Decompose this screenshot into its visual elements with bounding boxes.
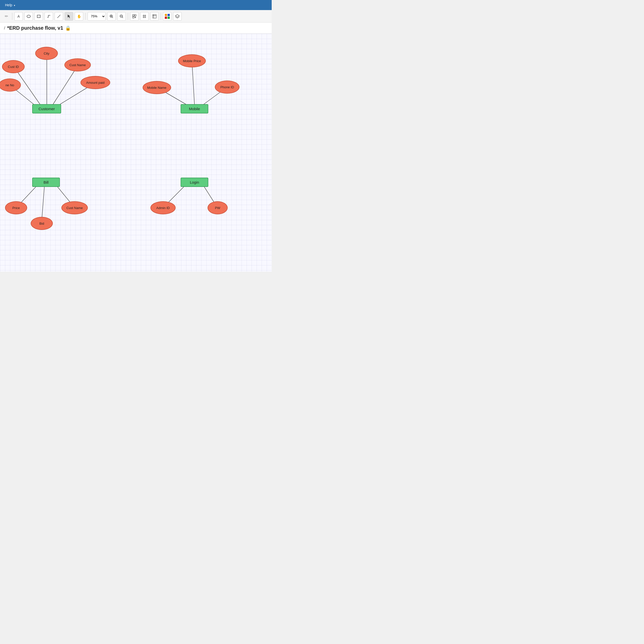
attr-price[interactable]: Price xyxy=(5,201,27,214)
lock-icon: 🔒 xyxy=(65,25,71,31)
attr-cust-name-bill-label: Cust Name xyxy=(66,206,83,210)
attr-phone-no[interactable]: ne No xyxy=(0,78,21,92)
svg-rect-12 xyxy=(135,15,136,16)
tool-grid-plus[interactable] xyxy=(130,12,139,21)
svg-marker-27 xyxy=(175,15,179,17)
svg-line-2 xyxy=(57,15,60,18)
tool-grid[interactable] xyxy=(140,12,149,21)
entity-customer-label: Customer xyxy=(38,107,55,111)
attr-pw-label: PW xyxy=(215,206,220,210)
svg-rect-23 xyxy=(165,14,167,16)
toolbar: ✏ A ✋ 75% 50% 100% 125% xyxy=(0,10,272,23)
tool-rectangle[interactable] xyxy=(34,12,43,21)
tool-select[interactable] xyxy=(65,12,73,21)
zoom-select[interactable]: 75% 50% 100% 125% xyxy=(88,12,106,21)
attr-price-label: Price xyxy=(12,206,20,210)
erd-connection-lines xyxy=(0,34,272,272)
svg-rect-20 xyxy=(153,15,156,18)
zoom-out-button[interactable] xyxy=(117,12,126,21)
svg-rect-26 xyxy=(168,17,170,19)
attr-admin-id-label: Admin ID xyxy=(156,206,170,210)
svg-line-37 xyxy=(42,185,45,217)
tool-colors[interactable] xyxy=(163,12,172,21)
svg-line-5 xyxy=(112,17,113,18)
erd-canvas[interactable]: Customer Mobile Bill Login City Cust ID … xyxy=(0,34,272,272)
attr-cust-name[interactable]: Cust Name xyxy=(64,58,91,71)
attr-mobile-name-label: Mobile Name xyxy=(147,86,167,90)
attr-cust-name-bill[interactable]: Cust Name xyxy=(61,201,88,214)
svg-point-0 xyxy=(27,15,30,18)
svg-rect-13 xyxy=(133,17,134,18)
entity-bill-label: Bill xyxy=(44,180,49,184)
attr-mobile-price-label: Mobile Price xyxy=(183,59,201,63)
toolbar-sep-3 xyxy=(128,13,128,20)
svg-rect-11 xyxy=(133,15,134,16)
title-bar: / *ERD purchase flow, v1 🔒 xyxy=(0,23,272,34)
svg-rect-1 xyxy=(37,15,40,18)
attr-cust-id[interactable]: Cust ID xyxy=(2,60,25,73)
attr-amount-paid[interactable]: Amount paid xyxy=(81,76,110,89)
attr-phone-id[interactable]: Phone ID xyxy=(215,81,239,94)
tool-hand[interactable]: ✋ xyxy=(75,12,83,21)
tool-line[interactable] xyxy=(55,12,63,21)
entity-mobile[interactable]: Mobile xyxy=(181,104,208,113)
tool-diagram[interactable] xyxy=(150,12,159,21)
edit-icon[interactable]: ✏ xyxy=(3,13,10,20)
svg-rect-24 xyxy=(168,14,170,16)
tool-layers[interactable] xyxy=(173,12,182,21)
breadcrumb-sep: / xyxy=(4,26,5,30)
page-title: *ERD purchase flow, v1 xyxy=(7,25,63,31)
toolbar-sep-4 xyxy=(161,13,161,20)
entity-bill[interactable]: Bill xyxy=(32,178,60,187)
attr-city-label: City xyxy=(44,52,49,55)
attr-phone-id-label: Phone ID xyxy=(220,85,234,89)
menu-bar: Help ▾ xyxy=(0,0,272,10)
toolbar-sep-2 xyxy=(85,13,86,20)
attr-city[interactable]: City xyxy=(35,47,58,60)
svg-marker-3 xyxy=(68,15,70,18)
attr-cust-name-label: Cust Name xyxy=(69,63,86,67)
tool-text[interactable]: A xyxy=(14,12,23,21)
attr-mobile-price[interactable]: Mobile Price xyxy=(178,54,206,67)
entity-login[interactable]: Login xyxy=(181,178,208,187)
entity-customer[interactable]: Customer xyxy=(32,104,61,113)
toolbar-sep-1 xyxy=(12,13,12,20)
attr-bid-label: Bid xyxy=(39,222,44,225)
attr-amount-paid-label: Amount paid xyxy=(86,81,105,85)
attr-phone-no-label: ne No xyxy=(6,83,14,87)
tool-connector[interactable] xyxy=(45,12,53,21)
attr-mobile-name[interactable]: Mobile Name xyxy=(143,81,171,94)
attr-cust-id-label: Cust ID xyxy=(8,65,19,69)
menu-help-label: Help xyxy=(5,3,12,7)
attr-admin-id[interactable]: Admin ID xyxy=(150,201,176,214)
attr-pw[interactable]: PW xyxy=(208,201,228,214)
tool-ellipse[interactable] xyxy=(24,12,33,21)
attr-bid[interactable]: Bid xyxy=(31,217,53,230)
entity-mobile-label: Mobile xyxy=(189,107,200,111)
zoom-in-button[interactable] xyxy=(107,12,116,21)
svg-line-9 xyxy=(122,17,123,18)
svg-rect-25 xyxy=(165,17,167,19)
help-chevron-icon: ▾ xyxy=(14,4,15,7)
menu-item-help[interactable]: Help ▾ xyxy=(3,2,17,8)
entity-login-label: Login xyxy=(190,180,199,184)
